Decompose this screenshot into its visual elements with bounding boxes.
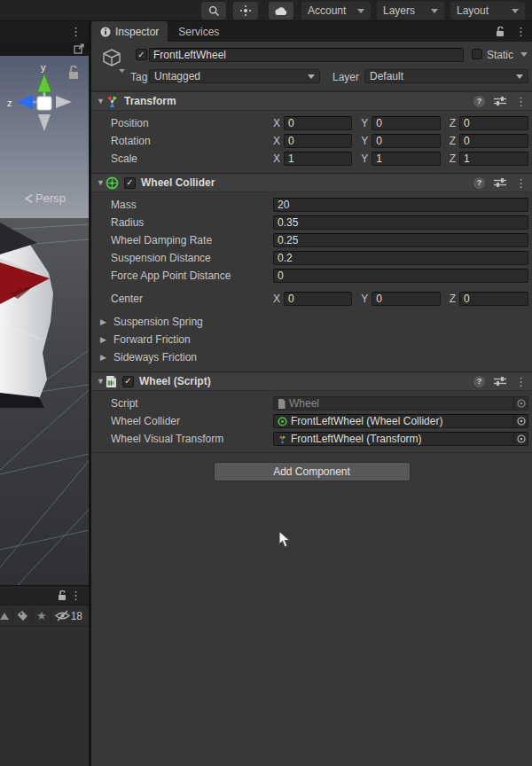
clipped-icon[interactable] [0, 611, 9, 621]
gameobject-cube-icon[interactable] [102, 48, 125, 73]
inspector-tabbar: Inspector Services ⋮ [91, 21, 532, 42]
center-z-field[interactable]: 0 [459, 292, 528, 306]
position-y-field[interactable]: 0 [372, 116, 440, 130]
transform-mini-icon [278, 434, 287, 444]
tab-inspector[interactable]: Inspector [91, 21, 168, 42]
component-menu-icon[interactable]: ⋮ [515, 96, 527, 107]
name-field-value: FrontLeftWheel [153, 49, 226, 61]
script-row: Script Wheel [91, 395, 532, 412]
toolbar-separator [32, 608, 33, 624]
lock-icon[interactable] [58, 590, 67, 601]
bottom-panel-toolbar: ★ 18 [0, 605, 89, 626]
foldout-open-icon[interactable]: ▼ [97, 377, 106, 386]
component-separator [91, 448, 532, 453]
wheel-collider-mini-icon [278, 417, 287, 426]
rotation-y-field[interactable]: 0 [372, 134, 440, 148]
suspension-distance-row: Suspension Distance 0.2 [91, 249, 532, 267]
chevron-down-icon [357, 9, 364, 13]
center-y-field[interactable]: 0 [372, 292, 440, 306]
wheel-collider-object-value: FrontLeftWheel (Wheel Collider) [291, 415, 442, 427]
tag-dropdown[interactable]: Untagged [149, 69, 320, 83]
suspension-spring-foldout[interactable]: ▶ Suspension Spring [91, 313, 532, 331]
eye-hidden-icon[interactable] [55, 610, 70, 621]
wheel-damping-rate-label: Wheel Damping Rate [111, 234, 273, 246]
wheel-collider-header[interactable]: ▼ ✓ Wheel Collider ? ⋮ [91, 173, 532, 192]
object-picker-icon[interactable] [513, 433, 528, 445]
scale-x-field[interactable]: 1 [284, 152, 352, 166]
active-checkbox[interactable]: ✓ [136, 49, 147, 60]
wheel-visual-transform-object-field[interactable]: FrontLeftWheel (Transform) [273, 432, 528, 446]
lock-icon[interactable] [496, 27, 505, 37]
layout-dropdown[interactable]: Layout [450, 2, 525, 20]
bottom-panel-body [0, 626, 89, 766]
position-x-field[interactable]: 0 [284, 116, 352, 130]
position-z-field[interactable]: 0 [459, 116, 528, 130]
mass-field[interactable]: 20 [273, 198, 528, 212]
presets-icon[interactable] [494, 177, 506, 188]
object-picker-icon [513, 397, 528, 410]
preferences-button[interactable] [233, 2, 258, 20]
help-icon[interactable]: ? [473, 376, 485, 387]
layer-label: Layer [332, 71, 359, 83]
panel-menu-icon[interactable]: ⋮ [70, 26, 82, 37]
name-field[interactable]: FrontLeftWheel [149, 48, 464, 62]
panel-menu-icon[interactable]: ⋮ [515, 26, 527, 37]
layers-dropdown[interactable]: Layers [377, 2, 444, 20]
radius-field[interactable]: 0.35 [273, 215, 528, 230]
rotation-x-field[interactable]: 0 [284, 134, 352, 148]
center-x-field[interactable]: 0 [284, 292, 352, 306]
foldout-closed-icon: ▶ [100, 317, 109, 326]
transform-title: Transform [124, 95, 176, 107]
scale-y-field[interactable]: 1 [372, 152, 440, 166]
layer-dropdown[interactable]: Default [364, 69, 528, 83]
add-component-button[interactable]: Add Component [214, 462, 411, 481]
tag-icon[interactable] [17, 610, 28, 621]
scene-view[interactable]: y z Persp [0, 56, 89, 585]
cloud-button[interactable] [269, 2, 293, 20]
tag-dropdown-value: Untagged [154, 70, 200, 82]
rotation-z-field[interactable]: 0 [459, 134, 528, 148]
scale-z-field[interactable]: 1 [459, 152, 528, 166]
component-enabled-checkbox[interactable]: ✓ [124, 177, 136, 189]
transform-header[interactable]: ▼ Transform ? ⋮ [91, 91, 532, 111]
pop-out-icon[interactable] [74, 43, 84, 54]
force-app-point-distance-field[interactable]: 0 [273, 269, 528, 283]
component-menu-icon[interactable]: ⋮ [515, 177, 527, 189]
component-enabled-checkbox[interactable]: ✓ [122, 376, 134, 387]
perspective-indicator[interactable]: Persp [25, 192, 66, 205]
gizmo-axis-y-label: y [41, 62, 46, 73]
forward-friction-foldout[interactable]: ▶ Forward Friction [91, 331, 532, 348]
foldout-open-icon[interactable]: ▼ [97, 97, 106, 106]
object-picker-icon[interactable] [513, 415, 528, 427]
sideways-friction-foldout[interactable]: ▶ Sideways Friction [91, 348, 532, 366]
tag-label: Tag [130, 71, 147, 83]
tab-services[interactable]: Services [168, 26, 230, 38]
suspension-distance-field[interactable]: 0.2 [273, 251, 528, 265]
wheel-collider-icon [106, 176, 119, 190]
static-checkbox[interactable] [472, 49, 482, 59]
axis-x-label: X [273, 293, 280, 305]
foldout-open-icon[interactable]: ▼ [97, 178, 106, 187]
help-icon[interactable]: ? [473, 96, 485, 107]
help-icon[interactable]: ? [473, 177, 485, 189]
wheel-damping-rate-field[interactable]: 0.25 [273, 233, 528, 247]
star-icon[interactable]: ★ [36, 609, 47, 622]
position-row: Position X0 Y0 Z0 [91, 114, 532, 132]
inspector-panel: Inspector Services ⋮ ✓ [91, 21, 532, 766]
info-icon [100, 27, 111, 37]
gizmo-axis-z-label: z [7, 98, 12, 108]
foldout-closed-icon: ▶ [100, 353, 109, 362]
presets-icon[interactable] [494, 96, 506, 106]
presets-icon[interactable] [494, 376, 506, 387]
scene-render: y z [0, 56, 89, 585]
search-button[interactable] [201, 2, 226, 20]
forward-friction-label: Forward Friction [113, 333, 191, 346]
component-menu-icon[interactable]: ⋮ [515, 376, 527, 387]
panel-menu-icon[interactable]: ⋮ [70, 590, 82, 601]
layer-dropdown-value: Default [370, 70, 403, 82]
wheel-script-header[interactable]: ▼ ✓ Wheel (Script) ? ⋮ [91, 371, 532, 391]
static-dropdown-icon[interactable] [520, 52, 528, 57]
account-dropdown[interactable]: Account [301, 2, 371, 20]
wheel-collider-object-field[interactable]: FrontLeftWheel (Wheel Collider) [273, 414, 528, 428]
wheel-visual-transform-label: Wheel Visual Transform [111, 433, 273, 445]
